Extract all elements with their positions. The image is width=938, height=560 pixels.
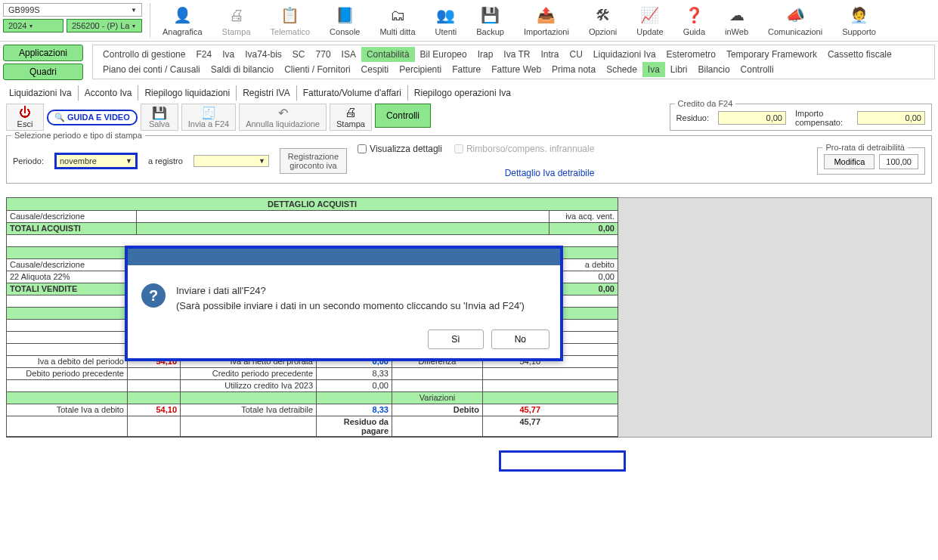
stampa-button[interactable]: 🖨 Stampa	[330, 104, 372, 131]
save-icon: 💾	[152, 106, 167, 119]
side-panel	[618, 197, 932, 438]
menu-iva[interactable]: Iva	[217, 47, 240, 62]
menu-fatture[interactable]: Fatture	[447, 62, 486, 77]
menu-contabilit-[interactable]: Contabilità	[361, 47, 415, 62]
tool-guida[interactable]: ❓Guida	[677, 3, 711, 38]
salva-button[interactable]: 💾 Salva	[141, 104, 178, 131]
multi ditta-icon: 🗂	[387, 5, 408, 26]
esci-button[interactable]: ⏻ Esci	[6, 104, 44, 131]
chevron-down-icon: ▼	[131, 7, 137, 14]
search-icon: 🔍	[54, 113, 65, 122]
sub-selector-value: 256200 - (P) La	[72, 21, 129, 30]
utenti-icon: 👥	[435, 5, 457, 26]
menu-percipienti[interactable]: Percipienti	[394, 62, 447, 77]
menu-iva74-bis[interactable]: Iva74-bis	[240, 47, 287, 62]
guida-video-button[interactable]: 🔍 GUIDA E VIDEO	[47, 110, 138, 125]
anagrafica-icon: 👤	[172, 5, 193, 26]
tab-registri-iva[interactable]: Registri IVA	[237, 85, 296, 101]
header-left: GB999S ▼ 2024 ▾ 256200 - (P) La ▾	[3, 3, 150, 32]
tab-fatturato-volume-d-affari[interactable]: Fatturato/Volume d'affari	[297, 85, 408, 101]
tab-liquidazioni-iva[interactable]: Liquidazioni Iva	[3, 85, 79, 101]
menu-cespiti[interactable]: Cespiti	[356, 62, 395, 77]
menu-cassetto-fiscale[interactable]: Cassetto fiscale	[822, 47, 897, 62]
send-f24-icon: 🧾	[201, 106, 216, 119]
importazioni-icon: 📤	[536, 5, 557, 26]
tool-utenti[interactable]: 👥Utenti	[429, 3, 463, 38]
tool-console[interactable]: 📘Console	[324, 3, 366, 38]
tool-update[interactable]: 📈Update	[630, 3, 669, 38]
company-selector[interactable]: GB999S ▼	[3, 3, 142, 17]
periodo-label: Periodo:	[13, 156, 44, 166]
menu-iva[interactable]: Iva	[642, 62, 665, 77]
menu-cu[interactable]: CU	[564, 47, 587, 62]
inweb-icon: ☁	[726, 5, 748, 26]
menu-bar: Controllo di gestioneF24IvaIva74-bisSC77…	[92, 45, 935, 79]
guida-icon: ❓	[683, 5, 704, 26]
console-icon: 📘	[334, 5, 355, 26]
prorata-title: Pro-rata di detraibilità	[822, 143, 908, 152]
rimborso-checkbox[interactable]: Rimborso/compens. infrannuale	[454, 144, 594, 154]
tool-multi ditta[interactable]: 🗂Multi ditta	[373, 3, 421, 38]
table-row: Causale/descrizioneiva acq. vent.	[7, 211, 618, 223]
sub-selector[interactable]: 256200 - (P) La ▾	[67, 19, 142, 32]
menu-esterometro[interactable]: Esterometro	[661, 47, 721, 62]
menu-piano-dei-conti-causali[interactable]: Piano dei conti / Causali	[98, 62, 206, 77]
giroconto-button[interactable]: Registrazione giroconto iva	[280, 148, 347, 174]
tool-importazioni[interactable]: 📤Importazioni	[518, 3, 575, 38]
tool-backup[interactable]: 💾Backup	[470, 3, 510, 38]
year-value: 2024	[8, 21, 26, 30]
tool-comunicazioni[interactable]: 📣Comunicazioni	[762, 3, 828, 38]
power-icon: ⏻	[19, 106, 31, 119]
menu-schede[interactable]: Schede	[601, 62, 642, 77]
prorata-box: Pro-rata di detraibilità Modifica 100,00	[817, 147, 925, 175]
tool-stampa[interactable]: 🖨Stampa	[216, 3, 257, 38]
periodo-selector[interactable]: novembre ▼	[54, 153, 138, 169]
dettaglio-iva-link[interactable]: Dettaglio Iva detraibile	[505, 168, 595, 178]
tool-anagrafica[interactable]: 👤Anagrafica	[156, 3, 209, 38]
residuo-value[interactable]: 0,00	[718, 111, 786, 125]
menu-clienti-fornitori[interactable]: Clienti / Fornitori	[279, 62, 355, 77]
invia-f24-button[interactable]: 🧾 Invia a F24	[181, 104, 236, 131]
menu-f24[interactable]: F24	[190, 47, 217, 62]
menu-isa[interactable]: ISA	[336, 47, 361, 62]
quadri-button[interactable]: Quadri	[3, 63, 83, 80]
registro-selector[interactable]: ▼	[193, 155, 269, 167]
menu-iva-tr[interactable]: Iva TR	[498, 47, 535, 62]
year-selector[interactable]: 2024 ▾	[3, 19, 63, 32]
tool-inweb[interactable]: ☁inWeb	[719, 3, 754, 38]
visualizza-dettagli-checkbox[interactable]: Visualizza dettagli	[358, 144, 442, 154]
menu-fatture-web[interactable]: Fatture Web	[486, 62, 546, 77]
controlli-button[interactable]: Controlli	[375, 104, 431, 128]
applicazioni-button[interactable]: Applicazioni	[3, 45, 83, 61]
menu-prima-nota[interactable]: Prima nota	[546, 62, 601, 77]
menu-irap[interactable]: Irap	[472, 47, 499, 62]
menu-saldi-di-bilancio[interactable]: Saldi di bilancio	[206, 62, 279, 77]
menu-intra[interactable]: Intra	[535, 47, 564, 62]
debito-highlight	[499, 450, 626, 472]
menu-sc[interactable]: SC	[287, 47, 311, 62]
telematico-icon: 📋	[280, 5, 301, 26]
menu-temporary-framework[interactable]: Temporary Framework	[721, 47, 822, 62]
dialog-yes-button[interactable]: Sì	[428, 330, 483, 349]
annulla-liquidazione-button[interactable]: ↶ Annulla liquidazione	[239, 104, 327, 131]
confirm-dialog: ? Inviare i dati all'F24? (Sarà possibil…	[125, 246, 563, 361]
acquisti-header: DETTAGLIO ACQUISTI	[7, 198, 618, 211]
importo-value[interactable]: 0,00	[857, 111, 925, 125]
tab-acconto-iva[interactable]: Acconto Iva	[79, 85, 139, 101]
menu-liquidazioni-iva[interactable]: Liquidazioni Iva	[588, 47, 661, 62]
tab-riepilogo-liquidazioni[interactable]: Riepilogo liquidazioni	[138, 85, 237, 101]
tool-telematico[interactable]: 📋Telematico	[265, 3, 317, 38]
table-row: Debito periodo precedenteCredito periodo…	[7, 368, 618, 380]
menu-libri[interactable]: Libri	[665, 62, 693, 77]
menu-bil-europeo[interactable]: Bil Europeo	[415, 47, 472, 62]
menu-bilancio[interactable]: Bilancio	[693, 62, 735, 77]
dialog-no-button[interactable]: No	[491, 330, 549, 349]
tool-supporto[interactable]: 🧑‍💼Supporto	[836, 3, 882, 38]
tool-opzioni[interactable]: 🛠Opzioni	[583, 3, 623, 38]
menu-controlli[interactable]: Controlli	[735, 62, 779, 77]
menu-770[interactable]: 770	[311, 47, 336, 62]
menu-controllo-di-gestione[interactable]: Controllo di gestione	[98, 47, 190, 62]
modifica-button[interactable]: Modifica	[824, 154, 875, 169]
company-code: GB999S	[8, 5, 40, 14]
tab-riepilogo-operazioni-iva[interactable]: Riepilogo operazioni Iva	[408, 85, 517, 101]
